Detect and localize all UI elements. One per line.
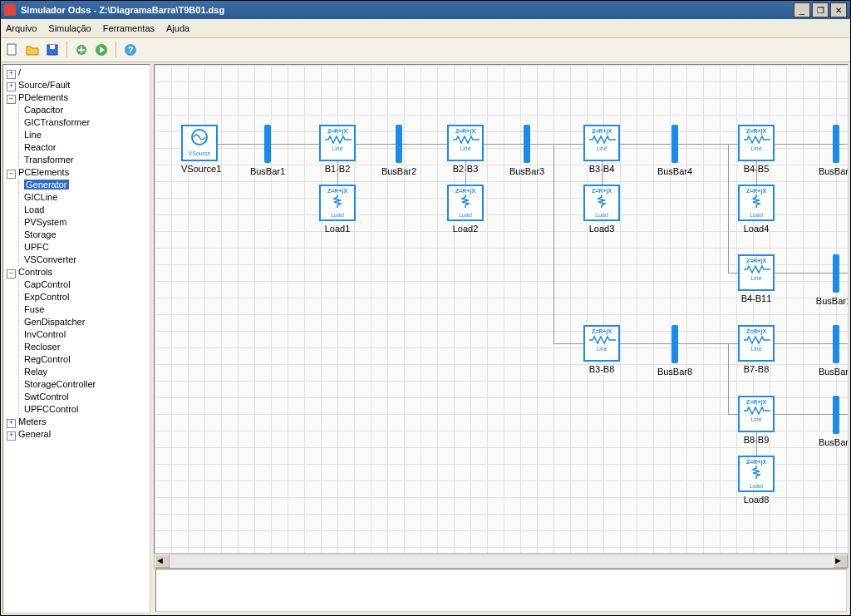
titlebar: Simulador Odss - Z:\DiagramaBarra\T9B01.…	[1, 1, 850, 19]
wire	[337, 161, 338, 185]
busbar11[interactable]	[833, 254, 839, 293]
busbar1[interactable]	[264, 125, 271, 163]
menu-arquivo[interactable]: Arquivo	[6, 23, 37, 33]
busbar5-label: BusBar5	[811, 166, 849, 176]
tree-invcontrol[interactable]: InvControl	[24, 328, 148, 341]
tree-panel[interactable]: +/ +Source/Fault −PDelements Capacitor G…	[2, 64, 150, 614]
tree-meters[interactable]: +Meters	[7, 416, 148, 428]
menu-ajuda[interactable]: Ajuda	[166, 23, 189, 33]
wire	[756, 432, 757, 456]
tree-gendispatcher[interactable]: GenDispatcher	[24, 316, 148, 328]
tree-swtcontrol[interactable]: SwtControl	[24, 391, 148, 403]
svg-rect-2	[50, 45, 55, 49]
busbar5[interactable]	[833, 125, 839, 163]
tree-relay[interactable]: Relay	[24, 366, 148, 378]
minimize-button[interactable]: _	[794, 2, 810, 17]
toolbar-separator	[66, 42, 67, 58]
comp-load1[interactable]: Z=R+jXLoad Load1	[319, 185, 356, 234]
scroll-track[interactable]	[170, 554, 833, 568]
busbar7[interactable]	[833, 325, 839, 363]
tree-upfccontrol[interactable]: UPFCControl	[24, 403, 148, 416]
toolbar: ?	[1, 38, 850, 62]
tree-root[interactable]: +/	[7, 67, 148, 79]
comp-b4b11[interactable]: Z=R+jXLine B4-B11	[738, 254, 775, 303]
tree-fuse[interactable]: Fuse	[24, 303, 148, 316]
help-icon[interactable]: ?	[122, 42, 139, 58]
comp-load3[interactable]: Z=R+jXLoad Load3	[583, 185, 620, 234]
wire	[465, 161, 466, 185]
busbar8[interactable]	[671, 325, 678, 363]
save-icon[interactable]	[44, 42, 61, 58]
svg-text:?: ?	[128, 45, 134, 55]
maximize-button[interactable]: ❐	[812, 2, 829, 17]
scroll-left-button[interactable]: ◄	[155, 554, 170, 568]
busbar11-label: BusBar11	[811, 296, 849, 306]
busbar8-label: BusBar8	[650, 367, 700, 377]
comp-load4[interactable]: Z=R+jXLoad Load4	[738, 185, 775, 234]
busbar1-label: BusBar1	[243, 166, 293, 176]
app-icon	[4, 4, 16, 16]
busbar7-label: BusBar7	[811, 367, 849, 377]
tree-upfc[interactable]: UPFC	[24, 241, 148, 254]
tree-vsconverter[interactable]: VSConverter	[24, 254, 148, 266]
tree-gicline[interactable]: GICLine	[24, 191, 148, 204]
tree-pvsystem[interactable]: PVSystem	[24, 216, 148, 229]
busbar3[interactable]	[524, 125, 530, 163]
comp-b7b8[interactable]: Z=R+jXLine B7-B8	[738, 325, 775, 374]
svg-rect-0	[7, 44, 16, 55]
tree-pcelements[interactable]: −PCElements Generator GICLine Load PVSys…	[7, 166, 148, 266]
canvas-wrap: VSource VSource1 BusBar1 Z=R+jXLine B1-B…	[154, 64, 849, 614]
wire	[728, 144, 729, 273]
tree-reactor[interactable]: Reactor	[24, 141, 148, 154]
add-icon[interactable]	[73, 42, 90, 58]
busbar3-label: BusBar3	[502, 166, 552, 176]
tree-pdelements[interactable]: −PDelements Capacitor GICTransformer Lin…	[7, 91, 148, 166]
tree-capacitor[interactable]: Capacitor	[24, 104, 148, 116]
busbar2-label: BusBar2	[374, 166, 424, 176]
wire	[728, 343, 729, 414]
tree-generator[interactable]: Generator	[24, 179, 148, 191]
busbar9-label: BusBar9	[811, 437, 849, 447]
busbar4[interactable]	[671, 125, 678, 163]
tree-sourcefault[interactable]: +Source/Fault	[7, 79, 148, 91]
busbar2[interactable]	[396, 125, 402, 163]
tree-storagecontroller[interactable]: StorageController	[24, 378, 148, 391]
status-panel	[155, 569, 847, 612]
diagram-canvas[interactable]: VSource VSource1 BusBar1 Z=R+jXLine B1-B…	[154, 64, 849, 554]
client-area: +/ +Source/Fault −PDelements Capacitor G…	[1, 62, 850, 615]
tree-recloser[interactable]: Recloser	[24, 341, 148, 353]
run-icon[interactable]	[93, 42, 110, 58]
menu-simulacao[interactable]: Simulação	[48, 23, 91, 33]
tree-general[interactable]: +General	[7, 428, 148, 441]
close-button[interactable]: ✕	[830, 2, 847, 17]
tree-load[interactable]: Load	[24, 204, 148, 216]
comp-load8[interactable]: Z=R+jXLoad Load8	[738, 456, 775, 505]
window-title: Simulador Odss - Z:\DiagramaBarra\T9B01.…	[21, 5, 794, 15]
tree-line[interactable]: Line	[24, 129, 148, 141]
horizontal-scrollbar[interactable]: ◄ ►	[154, 554, 849, 569]
wire	[553, 144, 554, 343]
window-buttons: _ ❐ ✕	[794, 2, 847, 17]
busbar4-label: BusBar4	[650, 166, 700, 176]
wire	[756, 161, 757, 185]
open-file-icon[interactable]	[24, 42, 41, 58]
tree-transformer[interactable]: Transformer	[24, 154, 148, 166]
tree-expcontrol[interactable]: ExpControl	[24, 291, 148, 303]
new-file-icon[interactable]	[4, 42, 21, 58]
menubar: Arquivo Simulação Ferramentas Ajuda	[1, 19, 850, 38]
tree-regcontrol[interactable]: RegControl	[24, 353, 148, 366]
wire	[602, 161, 603, 185]
comp-b3b8[interactable]: Z=R+jXLine B3-B8	[583, 325, 620, 374]
toolbar-separator-2	[116, 42, 116, 58]
tree-capcontrol[interactable]: CapControl	[24, 278, 148, 291]
app-window: Simulador Odss - Z:\DiagramaBarra\T9B01.…	[0, 0, 851, 616]
menu-ferramentas[interactable]: Ferramentas	[103, 23, 155, 33]
tree-gictransformer[interactable]: GICTransformer	[24, 116, 148, 129]
tree-storage[interactable]: Storage	[24, 229, 148, 241]
scroll-right-button[interactable]: ►	[833, 554, 848, 568]
tree-controls[interactable]: −Controls CapControl ExpControl Fuse Gen…	[7, 266, 148, 416]
busbar9[interactable]	[833, 396, 839, 434]
comp-vsource1[interactable]: VSource VSource1	[181, 125, 218, 174]
comp-load2[interactable]: Z=R+jXLoad Load2	[447, 185, 484, 234]
